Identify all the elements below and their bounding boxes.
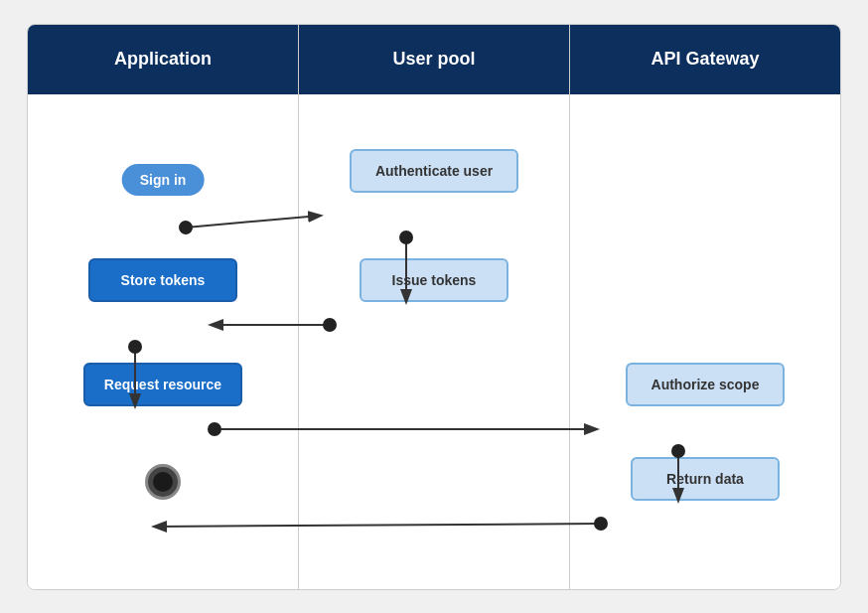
authenticate-user-label: Authenticate user bbox=[375, 163, 493, 179]
return-data-label: Return data bbox=[666, 471, 744, 487]
column-body-application: Sign in Store tokens Request resource bbox=[28, 94, 298, 589]
sign-in-node: Sign in bbox=[122, 164, 205, 196]
column-header-user-pool: User pool bbox=[299, 25, 569, 94]
issue-tokens-node: Issue tokens bbox=[360, 258, 508, 302]
column-application: Application Sign in Store tokens Request… bbox=[28, 25, 299, 589]
authenticate-user-node: Authenticate user bbox=[350, 149, 518, 193]
column-api-gateway: API Gateway Authorize scope Return data bbox=[570, 25, 840, 589]
sign-in-label: Sign in bbox=[140, 172, 187, 188]
store-tokens-node: Store tokens bbox=[88, 258, 237, 302]
column-body-api-gateway: Authorize scope Return data bbox=[570, 94, 840, 589]
return-data-node: Return data bbox=[631, 457, 780, 501]
authorize-scope-node: Authorize scope bbox=[626, 363, 785, 406]
column-label-api-gateway: API Gateway bbox=[651, 49, 759, 70]
end-node-inner bbox=[153, 472, 173, 492]
column-label-user-pool: User pool bbox=[392, 49, 475, 70]
end-node bbox=[145, 464, 181, 500]
column-label-application: Application bbox=[114, 49, 212, 70]
column-header-api-gateway: API Gateway bbox=[570, 25, 840, 94]
authorize-scope-label: Authorize scope bbox=[651, 377, 760, 392]
diagram-container: Application Sign in Store tokens Request… bbox=[27, 24, 841, 590]
store-tokens-label: Store tokens bbox=[121, 272, 206, 288]
request-resource-label: Request resource bbox=[104, 377, 221, 392]
issue-tokens-label: Issue tokens bbox=[392, 272, 477, 288]
column-header-application: Application bbox=[28, 25, 298, 94]
columns-wrapper: Application Sign in Store tokens Request… bbox=[28, 25, 840, 589]
column-body-user-pool: Authenticate user Issue tokens bbox=[299, 94, 569, 589]
request-resource-node: Request resource bbox=[83, 363, 242, 406]
column-user-pool: User pool Authenticate user Issue tokens bbox=[299, 25, 570, 589]
